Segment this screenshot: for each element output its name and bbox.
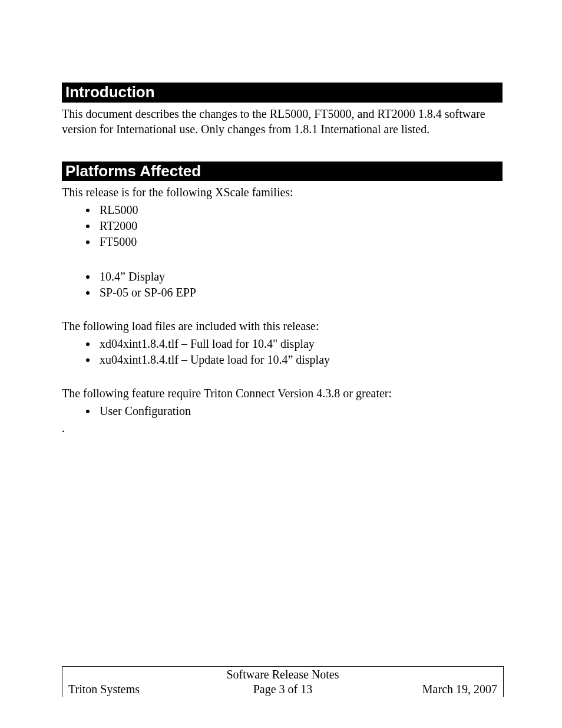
page-footer: Software Release Notes Triton Systems Pa… xyxy=(62,666,504,697)
intro-paragraph: This document describes the changes to t… xyxy=(62,106,503,137)
platforms-list-1: RL5000 RT2000 FT5000 xyxy=(62,202,503,250)
platforms-list-2: 10.4” Display SP-05 or SP-06 EPP xyxy=(62,269,503,301)
trailing-dot: . xyxy=(62,421,503,435)
list-item: SP-05 or SP-06 EPP xyxy=(97,285,503,301)
heading-platforms-affected: Platforms Affected xyxy=(62,162,503,182)
list-item: xu04xint1.8.4.tlf – Update load for 10.4… xyxy=(97,352,503,368)
platforms-para-2: The following load files are included wi… xyxy=(62,318,503,334)
list-item: RT2000 xyxy=(97,218,503,234)
footer-left: Triton Systems xyxy=(68,681,211,697)
footer-right: March 19, 2007 xyxy=(354,681,497,697)
platforms-list-4: User Configuration xyxy=(62,403,503,419)
list-item: FT5000 xyxy=(97,234,503,250)
list-item: User Configuration xyxy=(97,403,503,419)
footer-title: Software Release Notes xyxy=(62,667,503,681)
platforms-list-3: xd04xint1.8.4.tlf – Full load for 10.4" … xyxy=(62,336,503,368)
platforms-para-3: The following feature require Triton Con… xyxy=(62,386,503,401)
list-item: xd04xint1.8.4.tlf – Full load for 10.4" … xyxy=(97,336,503,352)
footer-center: Page 3 of 13 xyxy=(211,681,355,697)
platforms-para-1: This release is for the following XScale… xyxy=(62,185,503,200)
list-item: RL5000 xyxy=(97,202,503,218)
heading-introduction: Introduction xyxy=(62,83,503,103)
list-item: 10.4” Display xyxy=(97,269,503,285)
page-content: Introduction This document describes the… xyxy=(62,83,503,435)
